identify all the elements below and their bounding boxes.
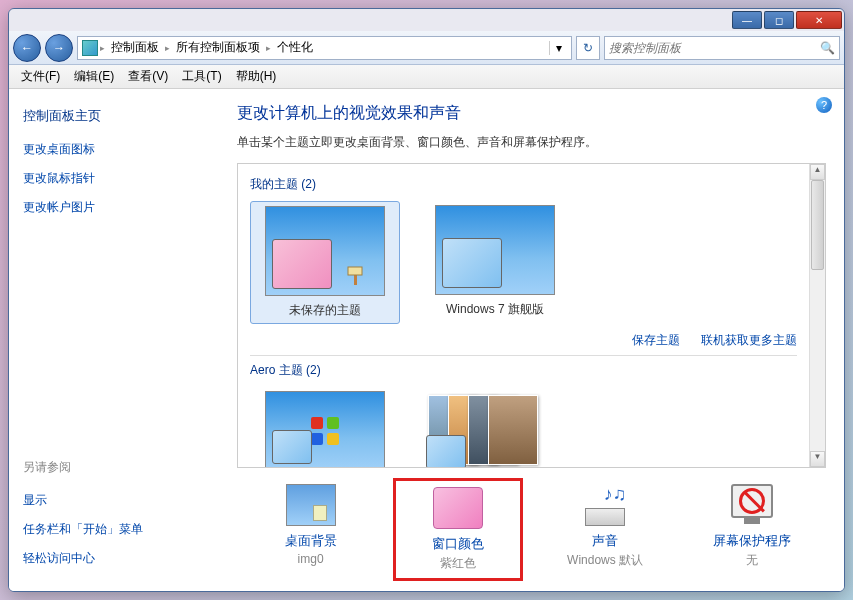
breadcrumb-dropdown[interactable]: ▾: [549, 41, 567, 55]
sidebar-link-account-picture[interactable]: 更改帐户图片: [23, 199, 205, 216]
window-overlay-icon: [442, 238, 502, 288]
theme-caption: Windows 7 旗舰版: [424, 301, 566, 318]
window-overlay-icon: [272, 239, 332, 289]
breadcrumb-item[interactable]: 所有控制面板项: [172, 39, 264, 56]
theme-thumb: [265, 391, 385, 467]
option-sub: Windows 默认: [546, 552, 664, 569]
theme-caption: 未保存的主题: [255, 302, 395, 319]
body: 控制面板主页 更改桌面图标 更改鼠标指针 更改帐户图片 另请参阅 显示 任务栏和…: [9, 89, 844, 591]
page-heading: 更改计算机上的视觉效果和声音: [237, 103, 826, 124]
sidebar-link-taskbar[interactable]: 任务栏和「开始」菜单: [23, 521, 205, 538]
option-label: 屏幕保护程序: [693, 532, 811, 550]
sidebar-link-desktop-icons[interactable]: 更改桌面图标: [23, 141, 205, 158]
theme-thumb-collage: [424, 391, 544, 467]
navbar: ← → ▸ 控制面板 ▸ 所有控制面板项 ▸ 个性化 ▾ ↻ 🔍: [9, 31, 844, 65]
window: — ◻ ✕ ← → ▸ 控制面板 ▸ 所有控制面板项 ▸ 个性化 ▾ ↻ 🔍 文…: [8, 8, 845, 592]
back-button[interactable]: ←: [13, 34, 41, 62]
option-label: 窗口颜色: [402, 535, 514, 553]
option-desktop-background[interactable]: 桌面背景 img0: [246, 478, 376, 581]
sidebar-link-mouse-pointer[interactable]: 更改鼠标指针: [23, 170, 205, 187]
theme-item-win7[interactable]: Windows 7 旗舰版: [420, 201, 570, 322]
content: ? 更改计算机上的视觉效果和声音 单击某个主题立即更改桌面背景、窗口颜色、声音和…: [219, 89, 844, 591]
theme-scroll-area: 我的主题 (2) 未保存的主题: [238, 164, 809, 467]
my-themes-label: 我的主题 (2): [250, 176, 797, 193]
save-theme-link[interactable]: 保存主题: [632, 333, 680, 347]
window-overlay-icon: [272, 430, 312, 464]
svg-rect-1: [348, 267, 362, 275]
breadcrumb-sep: ▸: [165, 43, 170, 53]
help-icon[interactable]: ?: [816, 97, 832, 113]
windows-logo-icon: [311, 417, 339, 445]
my-themes-row: 未保存的主题 Windows 7 旗舰版: [250, 201, 797, 324]
sound-icon: ♪♫: [580, 484, 630, 526]
bottom-options: 桌面背景 img0 窗口颜色 紫红色 ♪♫ 声音 Windows 默认: [237, 468, 826, 585]
theme-thumb: [265, 206, 385, 296]
breadcrumb-sep: ▸: [100, 43, 105, 53]
theme-item-unsaved[interactable]: 未保存的主题: [250, 201, 400, 324]
breadcrumb[interactable]: ▸ 控制面板 ▸ 所有控制面板项 ▸ 个性化 ▾: [77, 36, 572, 60]
desktop-background-icon: [286, 484, 336, 526]
option-sound[interactable]: ♪♫ 声音 Windows 默认: [540, 478, 670, 581]
breadcrumb-sep: ▸: [266, 43, 271, 53]
theme-links: 保存主题 联机获取更多主题: [250, 332, 797, 349]
menu-view[interactable]: 查看(V): [122, 66, 174, 87]
search-box[interactable]: 🔍: [604, 36, 840, 60]
minimize-button[interactable]: —: [732, 11, 762, 29]
scrollbar[interactable]: ▲ ▼: [809, 164, 825, 467]
menu-file[interactable]: 文件(F): [15, 66, 66, 87]
window-color-icon: [433, 487, 483, 529]
theme-item-aero1[interactable]: [250, 387, 400, 467]
breadcrumb-item[interactable]: 个性化: [273, 39, 317, 56]
option-screensaver[interactable]: 屏幕保护程序 无: [687, 478, 817, 581]
get-more-themes-link[interactable]: 联机获取更多主题: [701, 333, 797, 347]
option-sub: img0: [252, 552, 370, 566]
sidebar: 控制面板主页 更改桌面图标 更改鼠标指针 更改帐户图片 另请参阅 显示 任务栏和…: [9, 89, 219, 591]
close-button[interactable]: ✕: [796, 11, 842, 29]
scroll-up-button[interactable]: ▲: [810, 164, 825, 180]
maximize-button[interactable]: ◻: [764, 11, 794, 29]
menu-tools[interactable]: 工具(T): [176, 66, 227, 87]
window-overlay-icon: [426, 435, 466, 467]
aero-themes-label: Aero 主题 (2): [250, 362, 797, 379]
option-label: 声音: [546, 532, 664, 550]
option-sub: 紫红色: [402, 555, 514, 572]
control-panel-icon: [82, 40, 98, 56]
option-sub: 无: [693, 552, 811, 569]
sidebar-seealso-title: 另请参阅: [23, 459, 205, 476]
theme-list: 我的主题 (2) 未保存的主题: [237, 163, 826, 468]
titlebar: — ◻ ✕: [9, 9, 844, 31]
theme-item-aero2[interactable]: [420, 387, 570, 467]
sidebar-title: 控制面板主页: [23, 107, 205, 125]
scroll-track[interactable]: [810, 180, 825, 451]
refresh-button[interactable]: ↻: [576, 36, 600, 60]
scroll-down-button[interactable]: ▼: [810, 451, 825, 467]
search-input[interactable]: [609, 41, 820, 55]
menubar: 文件(F) 编辑(E) 查看(V) 工具(T) 帮助(H): [9, 65, 844, 89]
sidebar-link-ease-of-access[interactable]: 轻松访问中心: [23, 550, 205, 567]
scroll-thumb[interactable]: [811, 180, 824, 270]
menu-edit[interactable]: 编辑(E): [68, 66, 120, 87]
option-label: 桌面背景: [252, 532, 370, 550]
theme-thumb: [435, 205, 555, 295]
option-window-color[interactable]: 窗口颜色 紫红色: [393, 478, 523, 581]
breadcrumb-item[interactable]: 控制面板: [107, 39, 163, 56]
screensaver-icon: [727, 484, 777, 526]
sign-icon: [346, 265, 366, 285]
menu-help[interactable]: 帮助(H): [230, 66, 283, 87]
search-icon[interactable]: 🔍: [820, 41, 835, 55]
aero-themes-row: [250, 387, 797, 467]
sidebar-link-display[interactable]: 显示: [23, 492, 205, 509]
page-subtext: 单击某个主题立即更改桌面背景、窗口颜色、声音和屏幕保护程序。: [237, 134, 826, 151]
forward-button[interactable]: →: [45, 34, 73, 62]
